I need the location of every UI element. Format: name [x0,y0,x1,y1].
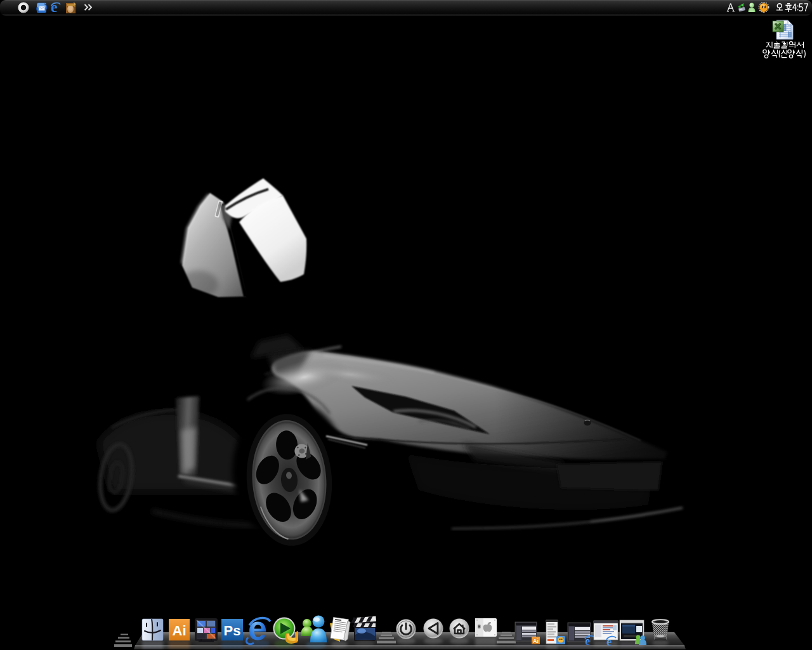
svg-text:Ai: Ai [173,623,187,639]
svg-text:Ps: Ps [224,623,241,639]
